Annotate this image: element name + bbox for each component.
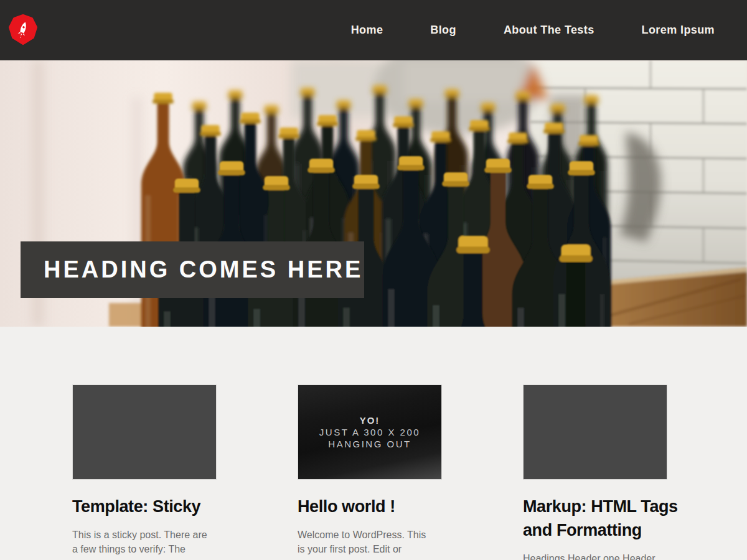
page: Home Blog About The Tests Lorem Ipsum: [0, 0, 747, 560]
rocket-icon: [8, 14, 38, 45]
yo-banner-line3: HANGING OUT: [328, 438, 411, 450]
post-thumbnail[interactable]: [72, 385, 217, 480]
post-title-link[interactable]: Template: Sticky: [72, 495, 217, 518]
post-excerpt: Headings Header one Header: [523, 551, 667, 560]
post-thumbnail[interactable]: [523, 385, 667, 480]
post-excerpt: This is a sticky post. There are a few t…: [72, 528, 217, 556]
yo-banner-line1: YO!: [360, 414, 380, 426]
post-thumbnail[interactable]: YO! JUST A 300 X 200 HANGING OUT: [298, 385, 442, 480]
post-excerpt: Welcome to WordPress. This is your first…: [298, 528, 442, 556]
posts-grid: Template: Sticky This is a sticky post. …: [0, 327, 747, 560]
nav-item-blog[interactable]: Blog: [430, 24, 456, 37]
site-logo[interactable]: [8, 14, 38, 45]
hero-heading-box: HEADING COMES HERE: [21, 241, 364, 298]
post-card-markup-html-tags: Markup: HTML Tags and Formatting Heading…: [523, 385, 667, 560]
main-nav: Home Blog About The Tests Lorem Ipsum: [351, 24, 747, 37]
post-title-link[interactable]: Markup: HTML Tags and Formatting: [523, 495, 667, 542]
post-title-link[interactable]: Hello world !: [298, 495, 442, 518]
hero-heading: HEADING COMES HERE: [44, 256, 363, 283]
yo-banner-line2: JUST A 300 X 200: [319, 426, 420, 438]
site-header: Home Blog About The Tests Lorem Ipsum: [0, 0, 747, 60]
nav-item-home[interactable]: Home: [351, 24, 383, 37]
nav-item-about-the-tests[interactable]: About The Tests: [504, 24, 594, 37]
nav-item-lorem-ipsum[interactable]: Lorem Ipsum: [642, 24, 715, 37]
hero-banner: HEADING COMES HERE: [0, 60, 747, 327]
post-card-template-sticky: Template: Sticky This is a sticky post. …: [72, 385, 217, 560]
post-card-hello-world: YO! JUST A 300 X 200 HANGING OUT Hello w…: [298, 385, 442, 560]
